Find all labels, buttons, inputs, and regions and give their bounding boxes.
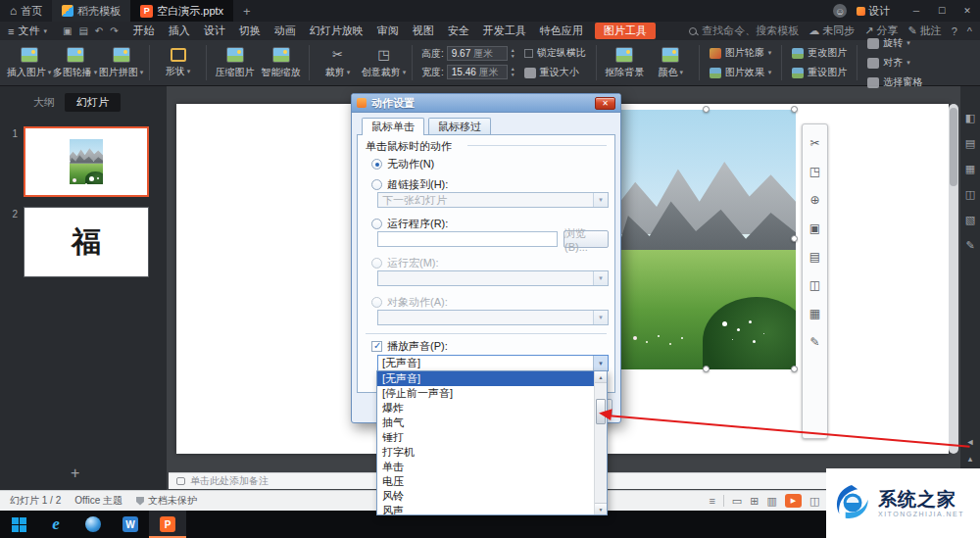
notes-toggle-icon[interactable]: ≡ [709, 495, 714, 507]
panel-icon[interactable]: ▧ [965, 214, 975, 226]
quick-tool-icon[interactable]: ▦ [807, 305, 823, 321]
menu-tab[interactable]: 视图 [406, 24, 441, 38]
user-avatar[interactable]: ☺ [833, 4, 847, 18]
play-sound-checkbox[interactable]: 播放声音(P): [371, 339, 448, 354]
quick-tool-icon[interactable]: ⊕ [807, 191, 823, 208]
crop-button[interactable]: ✂ 裁剪▾ [315, 42, 361, 83]
sound-option[interactable]: 打字机 [377, 445, 607, 460]
selection-handle-bottom-middle[interactable] [703, 366, 710, 372]
sound-option[interactable]: [停止前一声音] [377, 386, 607, 401]
close-button[interactable]: ✕ [955, 0, 980, 22]
tab-picture-tools[interactable]: 图片工具 [595, 23, 656, 39]
panel-icon[interactable]: ◧ [965, 112, 975, 124]
selection-handle-top-middle[interactable] [703, 106, 710, 113]
picture-outline-button[interactable]: 图片轮廓 ▾ [710, 46, 772, 60]
design-button[interactable]: 设计 [857, 4, 890, 19]
scroll-up-arrow[interactable]: ▲ [595, 371, 607, 383]
help-button[interactable]: ? [952, 25, 957, 37]
quick-tool-icon[interactable]: ◳ [807, 163, 823, 179]
sound-option[interactable]: 风铃 [377, 489, 607, 504]
selection-handle-bottom-right[interactable] [791, 366, 798, 372]
scrollbar-thumb[interactable] [950, 108, 957, 186]
layout-icon-1[interactable]: ◫ [809, 495, 819, 508]
taskbar-wps-writer[interactable]: W [112, 511, 149, 538]
dialog-close-button[interactable]: ✕ [595, 97, 615, 110]
sound-option[interactable]: 风声 [377, 504, 607, 515]
file-menu[interactable]: ≡ 文件 ▾ [0, 24, 55, 38]
minimize-button[interactable]: ─ [904, 0, 929, 22]
radio-hyperlink[interactable]: 超链接到(H): [371, 177, 448, 192]
shapes-button[interactable]: 形状▾ [155, 42, 201, 83]
radio-run-program[interactable]: 运行程序(R): [371, 217, 448, 231]
menu-tab[interactable]: 特色应用 [533, 24, 590, 38]
quick-tool-icon[interactable]: ◫ [807, 276, 823, 293]
document-tab[interactable]: P 空白演示.pptx [130, 0, 233, 22]
save-icon[interactable]: ▣ [63, 25, 72, 36]
panel-icon[interactable]: ▤ [965, 137, 975, 150]
sound-combobox[interactable]: [无声音] ▼ [377, 355, 609, 371]
outline-tab[interactable]: 大纲 [33, 95, 55, 110]
menu-tab[interactable]: 安全 [441, 24, 476, 38]
slide-sorter-icon[interactable]: ⊞ [750, 495, 759, 508]
slideshow-play-button[interactable]: ▶ [785, 494, 802, 508]
quick-tool-icon[interactable]: ▤ [807, 248, 823, 265]
quick-tool-icon[interactable]: ✎ [807, 333, 823, 350]
sound-option[interactable]: 锤打 [377, 430, 607, 445]
scroll-down-arrow[interactable]: ▼ [595, 503, 607, 514]
collapse-ribbon-button[interactable]: ^ [967, 25, 972, 37]
height-input[interactable]: 9.67 厘米 [447, 46, 508, 61]
redo-icon[interactable]: ↷ [110, 25, 118, 36]
undo-icon[interactable]: ↶ [95, 25, 103, 36]
reading-view-icon[interactable]: ▥ [766, 495, 776, 508]
panel-icon[interactable]: ▦ [965, 163, 975, 175]
new-tab-button[interactable]: + [233, 4, 261, 19]
start-button[interactable] [0, 511, 37, 538]
menu-tab[interactable]: 开发工具 [476, 24, 533, 38]
creative-crop-button[interactable]: ◳ 创意裁剪▾ [361, 42, 407, 83]
panel-icon[interactable]: ✎ [965, 239, 974, 252]
picture-collage-button[interactable]: 图片拼图▾ [98, 42, 144, 83]
menu-tab[interactable]: 设计 [197, 24, 232, 38]
scroll-up-icon[interactable]: ▴ [968, 454, 973, 464]
menu-tab[interactable]: 幻灯片放映 [303, 24, 370, 38]
taskbar-ie[interactable]: e [37, 511, 74, 538]
menu-tab[interactable]: 开始 [126, 24, 162, 38]
sound-option[interactable]: 爆炸 [377, 401, 607, 416]
selected-picture[interactable] [617, 110, 796, 369]
tab-mouse-over[interactable]: 鼠标移过 [428, 118, 491, 134]
insert-picture-button[interactable]: 插入图片▾ [6, 42, 52, 83]
height-stepper[interactable]: ▲ ▼ [511, 48, 515, 59]
slides-tab[interactable]: 幻灯片 [65, 93, 121, 112]
reset-picture-button[interactable]: 重设图片 [792, 66, 847, 79]
width-stepper[interactable]: ▲ ▼ [511, 67, 515, 77]
panel-icon[interactable]: ◫ [965, 188, 975, 201]
rotate-button[interactable]: 旋转 ▾ [867, 36, 922, 50]
vertical-scrollbar[interactable] [949, 104, 958, 454]
protection-status[interactable]: 文档未保护 [136, 494, 197, 508]
dialog-titlebar[interactable]: 动作设置 ✕ [352, 94, 620, 113]
taskbar-wps-presentation[interactable]: P [149, 511, 186, 538]
selection-handle-top-right[interactable] [791, 106, 798, 113]
sound-option[interactable]: 抽气 [377, 416, 607, 430]
sound-option[interactable]: 电压 [377, 474, 607, 489]
width-input[interactable]: 15.46 厘米 [447, 65, 508, 79]
normal-view-icon[interactable]: ▭ [732, 495, 742, 508]
home-tab[interactable]: ⌂ 首页 [0, 0, 52, 22]
smart-zoom-button[interactable]: 智能缩放 [258, 42, 304, 83]
quick-tool-icon[interactable]: ▣ [807, 220, 823, 236]
align-button[interactable]: 对齐 ▾ [867, 56, 922, 70]
menu-tab[interactable]: 动画 [268, 24, 303, 38]
dropdown-scrollbar[interactable]: ▲ ▼ [594, 371, 607, 514]
reset-size-button[interactable]: 重设大小 [524, 66, 586, 79]
slide-1-thumbnail[interactable] [24, 126, 149, 197]
radio-no-action[interactable]: 无动作(N) [371, 157, 434, 171]
docer-template-tab[interactable]: 稻壳模板 [52, 0, 130, 22]
sync-status[interactable]: ☁ 未同步 [808, 24, 855, 38]
print-icon[interactable]: ▤ [78, 25, 87, 36]
taskbar-browser[interactable] [74, 511, 112, 538]
compress-picture-button[interactable]: 压缩图片 [212, 42, 258, 83]
menu-tab[interactable]: 插入 [162, 24, 197, 38]
selection-handle-middle-right[interactable] [791, 235, 798, 242]
maximize-button[interactable]: ☐ [929, 0, 955, 22]
menu-tab[interactable]: 切换 [232, 24, 268, 38]
